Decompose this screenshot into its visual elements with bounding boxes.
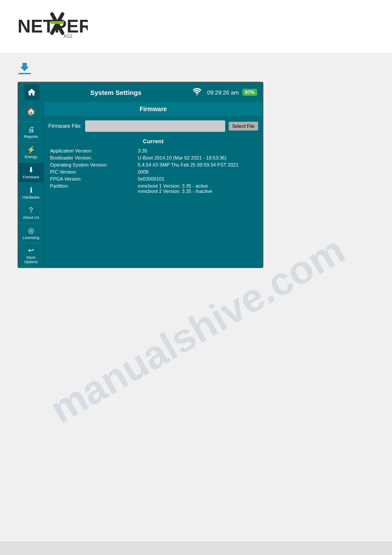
sidebar-item-licensing[interactable]: ◎ Licensing xyxy=(18,223,43,243)
info-value-4: 0x03000101 xyxy=(136,175,258,182)
page-header: NET PERT XG2 xyxy=(0,0,392,53)
netxpert-logo: NET PERT XG2 xyxy=(18,9,88,44)
info-label-0: Application Version: xyxy=(48,147,136,154)
sidebar-item-about-label: About Us xyxy=(23,215,39,220)
info-label-5: Partition: xyxy=(48,182,136,195)
sidebar-item-hardware-label: Hardware xyxy=(22,195,40,200)
top-bar: System Settings 09:29:26 am 97% xyxy=(18,83,263,102)
info-value-3: 0008 xyxy=(136,168,258,175)
page-footer xyxy=(0,542,392,555)
battery-badge: 97% xyxy=(242,89,257,96)
sidebar-item-about[interactable]: ? About Us xyxy=(18,203,43,223)
info-value-2: 5.4.54 #3 SMP Thu Feb 25 09:59:34 PST 20… xyxy=(136,161,258,168)
svg-text:NET: NET xyxy=(18,16,54,36)
sidebar-item-reports-label: Reports xyxy=(24,134,38,139)
sidebar-item-energy[interactable]: ⚡ Energy xyxy=(18,142,43,163)
more-icon: ↩ xyxy=(28,246,34,254)
info-row-2: Operating System Version:5.4.54 #3 SMP T… xyxy=(48,161,258,168)
info-row-0: Application Version:3.35 xyxy=(48,147,258,154)
wifi-icon xyxy=(192,87,202,98)
select-file-button[interactable]: Select File xyxy=(229,122,258,131)
info-value-5: mmcboot 1 Version: 3.35 - activemmcboot … xyxy=(136,182,258,195)
home-button[interactable] xyxy=(24,84,40,100)
sidebar-item-home[interactable]: 🏠 xyxy=(18,102,43,122)
panel-title: Firmware xyxy=(44,102,263,116)
firmware-icon: ⬇ xyxy=(28,166,34,174)
logo-container: NET PERT XG2 xyxy=(18,9,374,44)
topbar-title: System Settings xyxy=(40,89,192,96)
firmware-file-label: Firmware File: xyxy=(48,123,82,129)
firmware-file-row: Firmware File: Select File xyxy=(44,116,263,136)
firmware-file-input[interactable] xyxy=(85,120,225,132)
info-row-5: Partition:mmcboot 1 Version: 3.35 - acti… xyxy=(48,182,258,195)
sidebar-item-licensing-label: Licensing xyxy=(22,236,39,240)
svg-rect-6 xyxy=(18,73,31,74)
sidebar-item-more[interactable]: ↩ MoreOptions xyxy=(18,243,43,267)
current-section: Current Application Version:3.35Bootload… xyxy=(44,136,263,199)
home-sidebar-icon: 🏠 xyxy=(27,107,36,116)
download-area xyxy=(0,53,392,82)
info-row-4: FPGA Version:0x03000101 xyxy=(48,175,258,182)
current-title: Current xyxy=(48,138,258,145)
svg-marker-7 xyxy=(20,63,29,71)
sidebar-item-firmware-label: Firmware xyxy=(23,175,40,179)
sidebar-item-firmware[interactable]: ⬇ Firmware xyxy=(18,163,43,183)
sidebar-item-hardware[interactable]: ℹ Hardware xyxy=(18,183,43,203)
info-table: Application Version:3.35Bootloader Versi… xyxy=(48,147,258,195)
licensing-icon: ◎ xyxy=(28,226,34,235)
device-ui: System Settings 09:29:26 am 97% 🏠 🖨 Repo… xyxy=(18,82,263,268)
info-label-3: PIC Version: xyxy=(48,168,136,175)
info-value-0: 3.35 xyxy=(136,147,258,154)
info-label-1: Bootloader Version: xyxy=(48,154,136,161)
download-icon[interactable] xyxy=(18,62,32,76)
sidebar-item-more-label: MoreOptions xyxy=(24,255,38,264)
energy-icon: ⚡ xyxy=(27,145,36,154)
svg-point-8 xyxy=(196,94,198,95)
info-value-1: U-Boot 2014.10 (Mar 02 2021 - 18:53:36) xyxy=(136,154,258,161)
content-area: 🏠 🖨 Reports ⚡ Energy ⬇ Firmware ℹ Hardwa… xyxy=(18,102,263,267)
hardware-icon: ℹ xyxy=(30,186,32,194)
sidebar: 🏠 🖨 Reports ⚡ Energy ⬇ Firmware ℹ Hardwa… xyxy=(18,102,44,267)
info-label-2: Operating System Version: xyxy=(48,161,136,168)
about-icon: ? xyxy=(29,207,33,214)
info-row-3: PIC Version:0008 xyxy=(48,168,258,175)
info-label-4: FPGA Version: xyxy=(48,175,136,182)
sidebar-item-energy-label: Energy xyxy=(25,155,37,159)
info-row-1: Bootloader Version:U-Boot 2014.10 (Mar 0… xyxy=(48,154,258,161)
svg-text:XG2: XG2 xyxy=(63,34,72,39)
topbar-time: 09:29:26 am xyxy=(207,89,239,96)
sidebar-item-reports[interactable]: 🖨 Reports xyxy=(18,122,43,142)
reports-icon: 🖨 xyxy=(28,126,35,134)
main-panel: Firmware Firmware File: Select File Curr… xyxy=(44,102,263,267)
